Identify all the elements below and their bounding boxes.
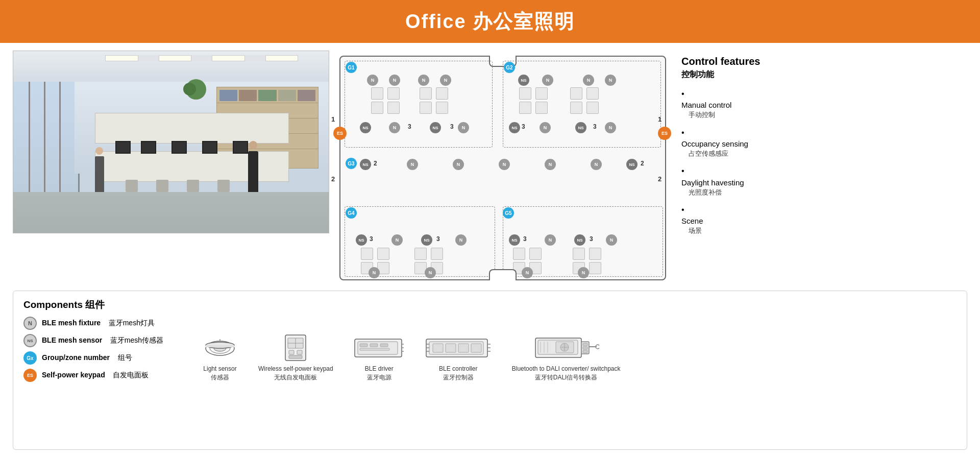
feature-en-2: Occupancy sensing (681, 138, 967, 149)
node-ns: NS (575, 122, 586, 133)
desk-cell (431, 248, 443, 260)
node-n: N (440, 75, 451, 86)
ble-dali-icon (533, 334, 599, 362)
desk-cell (361, 248, 373, 260)
node-n-g3c: N (499, 159, 510, 170)
glass-wall (13, 71, 80, 194)
feature-en-3: Daylight havesting (681, 177, 967, 188)
ble-driver-label: BLE driver 蓝牙电源 (365, 365, 394, 382)
group-label-g3: G3 (346, 158, 357, 169)
svg-rect-4 (206, 345, 234, 347)
glass-bar (29, 71, 30, 194)
es-badge-right: ES (658, 127, 671, 140)
desk-cell (387, 102, 400, 114)
node-n-g4c: N (455, 234, 467, 246)
ble-driver-svg (354, 337, 405, 360)
ceiling-light (159, 55, 192, 61)
ble-controller-icon (425, 334, 492, 362)
desk-cell (420, 87, 432, 100)
group-label-g2: G2 (504, 62, 515, 73)
node-n-g5e: N (578, 267, 589, 278)
features-title-en: Control features (681, 56, 967, 67)
person2 (95, 156, 104, 192)
desk-cell (535, 87, 548, 100)
ceiling-light (265, 55, 299, 61)
number-2-right: 2 (658, 175, 662, 183)
wireless-keypad-svg (283, 334, 308, 362)
floor-plan: G1 G2 G3 G4 G5 1 ES 1 ES (339, 56, 666, 280)
node-ns: NS (509, 122, 520, 133)
person2-head (95, 147, 103, 155)
legend-gx: Gx Group/zone number 组号 (23, 351, 202, 365)
legend-ns-label: BLE mesh sensor 蓝牙mesh传感器 (42, 336, 163, 345)
book (298, 90, 315, 101)
comp-ble-controller: BLE controller 蓝牙控制器 (425, 334, 492, 382)
desk-cell (371, 87, 383, 100)
book (239, 90, 257, 101)
desk-row2 (95, 113, 289, 143)
svg-rect-33 (471, 344, 481, 352)
content-area: G1 G2 G3 G4 G5 1 ES 1 ES (0, 43, 980, 455)
desk-cell (371, 102, 383, 114)
badge-n: N (23, 317, 37, 330)
shelf-books (219, 90, 315, 101)
desk-cluster-g2-a (519, 87, 550, 114)
node-n: N (583, 75, 594, 86)
node-n-g4e: N (425, 267, 436, 278)
svg-rect-11 (297, 350, 302, 354)
svg-rect-18 (360, 348, 389, 350)
legend-es-label: Self-power keypad 自发电面板 (42, 371, 149, 380)
person1 (248, 151, 258, 192)
zone-num-3c: 3 (522, 123, 525, 130)
zone-num-3b: 3 (450, 123, 454, 130)
node-n: N (605, 75, 616, 86)
group-label-g1: G1 (346, 62, 357, 73)
zone-num-2r: 2 (641, 160, 644, 167)
svg-rect-31 (446, 344, 456, 352)
zone-num-3e: 3 (370, 235, 373, 243)
legend-es: ES Self-power keypad 自发电面板 (23, 369, 202, 382)
chair (187, 180, 199, 192)
group-label-g5: G5 (503, 207, 514, 219)
floor-plan-wrapper: G1 G2 G3 G4 G5 1 ES 1 ES (339, 51, 666, 285)
number-2-left: 2 (331, 175, 335, 183)
ble-driver-icon (354, 334, 405, 362)
node-ns-g4: NS (356, 234, 367, 246)
monitor (233, 141, 248, 154)
svg-rect-45 (583, 347, 587, 349)
plant (183, 83, 196, 95)
glass-bar (59, 71, 61, 194)
legend-n: N BLE mesh fixture 蓝牙mesh灯具 (23, 317, 202, 330)
light-sensor-icon (202, 334, 238, 362)
node-ns-g3: NS (360, 159, 371, 170)
person1-head (249, 141, 257, 149)
svg-rect-30 (433, 344, 443, 352)
node-n: N (389, 75, 400, 86)
node-n-g5c: N (606, 234, 617, 246)
feature-en-4: Scene (681, 215, 967, 226)
bottom-section: Components 组件 N BLE mesh fixture 蓝牙mesh灯… (13, 285, 967, 450)
node-ns: NS (360, 122, 371, 133)
desk-cell (513, 248, 525, 260)
legend-col: N BLE mesh fixture 蓝牙mesh灯具 NS BLE (23, 317, 202, 382)
page-wrapper: Office 办公室照明 (0, 0, 980, 455)
node-n: N (605, 122, 616, 133)
comp-content: N BLE mesh fixture 蓝牙mesh灯具 NS BLE (23, 317, 957, 382)
feature-item-4: Scene 场景 (681, 204, 967, 236)
wireless-keypad-label: Wireless self-power keypad 无线自发电面板 (258, 365, 333, 382)
legend-gx-label: Group/zone number 组号 (42, 353, 132, 363)
ceiling-light (212, 55, 245, 61)
number-1-left: 1 (331, 115, 335, 123)
desk-cell (529, 248, 542, 260)
desk-cell (519, 87, 531, 100)
desk-cluster-g1-top2 (420, 87, 450, 114)
ceiling-lights (105, 55, 298, 61)
comp-icons-row: Light sensor 传感器 (202, 321, 621, 382)
desk-cell (377, 248, 389, 260)
desk-cell (436, 87, 448, 100)
desk-row1 (95, 151, 289, 182)
monitor (115, 141, 131, 154)
chair (217, 180, 230, 192)
node-n: N (389, 122, 400, 133)
book (258, 90, 276, 101)
